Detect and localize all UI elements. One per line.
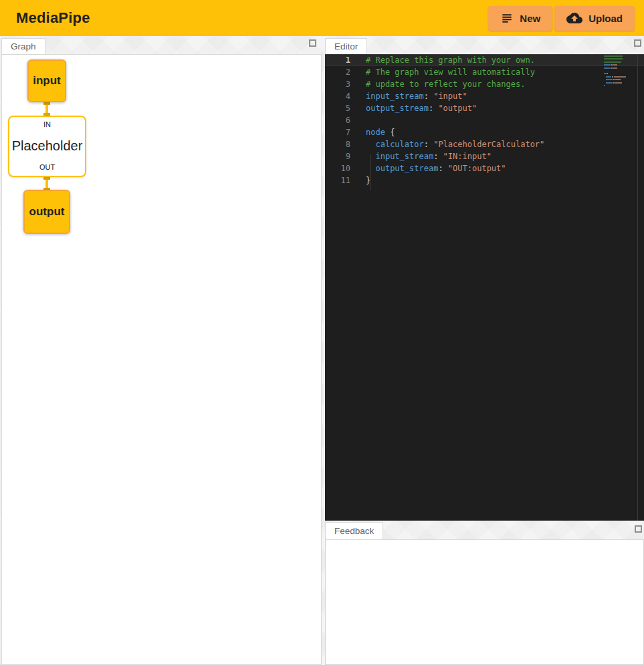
editor-maximize-icon[interactable] (634, 39, 641, 47)
line-number: 7 (325, 126, 350, 138)
editor-tab-label: Editor (334, 41, 358, 51)
tab-editor[interactable]: Editor (325, 38, 367, 54)
code-line-text: # update to reflect your changes. (366, 78, 525, 90)
code-line[interactable]: 1# Replace this graph with your own. (325, 54, 644, 66)
code-line-text: output_stream: "OUT:output" (366, 162, 506, 174)
graph-node-input[interactable]: input (27, 59, 66, 102)
code-line[interactable]: 3# update to reflect your changes. (325, 78, 644, 90)
code-line-text: output_stream: "output" (366, 102, 477, 114)
output-node-label: output (29, 205, 65, 219)
code-line[interactable]: 7node { (325, 126, 644, 138)
cloud-upload-icon (566, 10, 582, 26)
code-line[interactable]: 6 (325, 114, 644, 126)
code-line[interactable]: 4input_stream: "input" (325, 90, 644, 102)
code-line[interactable]: 8 calculator: "PlaceholderCalculator" (325, 138, 644, 150)
editor-code-lines: 1# Replace this graph with your own.2# T… (325, 54, 644, 186)
line-number: 8 (325, 138, 350, 150)
graph-tabstrip: Graph (1, 38, 322, 54)
code-line-text: # The graph view will automatically (366, 66, 535, 78)
graph-tab-label: Graph (11, 41, 36, 51)
tab-feedback[interactable]: Feedback (325, 522, 383, 539)
line-number: 10 (325, 162, 350, 174)
code-line-text: input_stream: "IN:input" (366, 150, 492, 162)
calc-out-port-label: OUT (39, 163, 55, 171)
editor-minimap[interactable] (604, 55, 631, 88)
app-title: MediaPipe (16, 9, 90, 27)
code-line[interactable]: 10 output_stream: "OUT:output" (325, 162, 644, 174)
graph-canvas[interactable]: input IN Placeholder OUT output (1, 54, 322, 665)
header-buttons: New Upload (488, 6, 635, 31)
indent-guide (370, 154, 370, 190)
code-line-text: node { (366, 126, 395, 138)
new-button[interactable]: New (488, 6, 552, 31)
code-line-text: # Replace this graph with your own. (366, 54, 535, 66)
code-line-text: calculator: "PlaceholderCalculator" (366, 138, 544, 150)
overview-ruler (637, 54, 638, 521)
upload-button-label: Upload (588, 13, 623, 24)
code-line[interactable]: 11} (325, 174, 644, 186)
tab-graph[interactable]: Graph (1, 38, 45, 54)
graph-node-output[interactable]: output (23, 190, 70, 234)
code-line-text: input_stream: "input" (366, 90, 467, 102)
editor-tabstrip: Editor (325, 38, 644, 54)
app-header: MediaPipe New Upload (0, 0, 644, 36)
line-number: 4 (325, 90, 350, 102)
new-button-label: New (520, 13, 540, 24)
code-editor[interactable]: 1# Replace this graph with your own.2# T… (325, 54, 644, 521)
code-line[interactable]: 9 input_stream: "IN:input" (325, 150, 644, 162)
code-line[interactable]: 2# The graph view will automatically (325, 66, 644, 78)
line-number: 11 (325, 174, 350, 186)
upload-button[interactable]: Upload (554, 6, 635, 31)
graph-maximize-icon[interactable] (309, 39, 316, 47)
input-node-label: input (33, 74, 61, 88)
line-number: 2 (325, 66, 350, 78)
graph-node-placeholder[interactable]: IN Placeholder OUT (8, 116, 86, 177)
line-number: 3 (325, 78, 350, 90)
line-number: 6 (325, 114, 350, 126)
line-number: 1 (325, 54, 350, 66)
calc-node-title: Placeholder (12, 138, 83, 154)
feedback-tabstrip: Feedback (325, 522, 644, 539)
code-line[interactable]: 5output_stream: "output" (325, 102, 644, 114)
feedback-tab-label: Feedback (334, 526, 374, 536)
feedback-content (325, 539, 644, 665)
line-number: 5 (325, 102, 350, 114)
new-graph-icon (500, 11, 514, 25)
calc-in-port-label: IN (43, 120, 51, 128)
feedback-maximize-icon[interactable] (635, 525, 642, 533)
line-number: 9 (325, 150, 350, 162)
